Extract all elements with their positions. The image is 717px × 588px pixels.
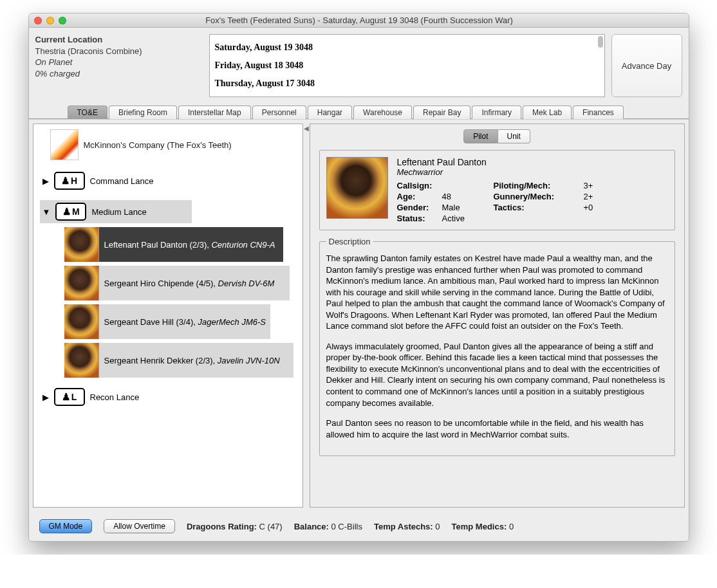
zoom-icon[interactable] bbox=[59, 17, 66, 24]
company-icon bbox=[50, 129, 79, 160]
pilot-portrait-icon bbox=[64, 266, 99, 300]
lance-command: ▶ H Command Lance bbox=[40, 169, 303, 192]
description-paragraph: The sprawling Danton family estates on K… bbox=[326, 253, 668, 332]
tab-hangar[interactable]: Hangar bbox=[308, 106, 352, 119]
company-label: McKinnon's Company (The Fox's Teeth) bbox=[84, 140, 232, 150]
label-piloting: Piloting/Mech: bbox=[494, 181, 584, 190]
pilot-portrait-icon bbox=[64, 343, 99, 378]
description-paragraph: Paul Danton sees no reason to be uncomfo… bbox=[326, 418, 668, 440]
advance-day-label: Advance Day bbox=[622, 61, 671, 71]
disclosure-icon[interactable]: ▶ bbox=[42, 176, 49, 186]
pilot-info: Leftenant Paul Danton Mechwarrior Callsi… bbox=[397, 157, 668, 223]
minimize-icon[interactable] bbox=[46, 17, 54, 24]
main-tabstrip: TO&E Briefing Room Interstellar Map Pers… bbox=[29, 104, 689, 119]
subtab-pilot[interactable]: Pilot bbox=[463, 129, 498, 143]
allow-overtime-button[interactable]: Allow Overtime bbox=[104, 519, 175, 533]
lance-row[interactable]: ▶ L Recon Lance bbox=[40, 385, 303, 409]
disclosure-icon[interactable]: ▶ bbox=[42, 392, 49, 402]
scrollbar-thumb[interactable] bbox=[598, 36, 603, 48]
pilot-row[interactable]: Sergeant Hiro Chipende (4/5), Dervish DV… bbox=[64, 266, 290, 300]
force-tree[interactable]: McKinnon's Company (The Fox's Teeth) ▶ H… bbox=[33, 124, 303, 508]
lance-row[interactable]: ▼ M Medium Lance bbox=[40, 200, 192, 223]
tab-personnel[interactable]: Personnel bbox=[252, 106, 306, 119]
pilot-row-text: Sergeant Hiro Chipende (4/5), Dervish DV… bbox=[104, 279, 275, 288]
event-log[interactable]: Saturday, August 19 3048 Friday, August … bbox=[209, 34, 605, 97]
pilot-row[interactable]: Leftenant Paul Danton (2/3), Centurion C… bbox=[64, 227, 283, 262]
value-tactics: +0 bbox=[584, 203, 610, 212]
app-window: Fox's Teeth (Federated Suns) - Saturday,… bbox=[28, 13, 689, 542]
lance-label: Recon Lance bbox=[90, 392, 140, 402]
label-gender: Gender: bbox=[397, 203, 442, 212]
window-controls bbox=[34, 17, 66, 24]
company-row[interactable]: McKinnon's Company (The Fox's Teeth) bbox=[36, 128, 303, 161]
lance-icon: L bbox=[54, 388, 85, 406]
lance-medium: ▼ M Medium Lance Leftenant Paul Danton (… bbox=[40, 200, 303, 378]
lance-icon: H bbox=[54, 172, 85, 190]
pilot-role: Mechwarrior bbox=[397, 167, 668, 177]
lance-label: Command Lance bbox=[90, 176, 154, 186]
description-heading: Description bbox=[326, 237, 373, 246]
pilot-row[interactable]: Sergeant Henrik Dekker (2/3), Javelin JV… bbox=[64, 343, 293, 378]
value-callsign bbox=[442, 181, 494, 190]
lance-icon: M bbox=[55, 203, 86, 221]
location-panel: Current Location Thestria (Draconis Comb… bbox=[35, 34, 203, 97]
tab-warehouse[interactable]: Warehouse bbox=[353, 106, 412, 119]
subtab-unit[interactable]: Unit bbox=[498, 129, 530, 143]
value-piloting: 3+ bbox=[584, 181, 610, 190]
value-status: Active bbox=[442, 214, 494, 223]
value-gender: Male bbox=[442, 203, 494, 212]
value-age: 48 bbox=[442, 192, 494, 201]
split-handle[interactable]: ◀ bbox=[303, 120, 310, 511]
window-title: Fox's Teeth (Federated Suns) - Saturday,… bbox=[66, 15, 653, 25]
detail-subtabstrip: Pilot Unit bbox=[319, 129, 675, 143]
temp-medics: Temp Medics: 0 bbox=[452, 522, 514, 531]
lance-label: Medium Lance bbox=[91, 207, 146, 217]
pilot-name: Leftenant Paul Danton bbox=[397, 157, 668, 167]
main-split: McKinnon's Company (The Fox's Teeth) ▶ H… bbox=[29, 119, 689, 511]
advance-day-button[interactable]: Advance Day bbox=[611, 34, 682, 97]
location-status-1: On Planet bbox=[35, 57, 203, 68]
pilot-stats-grid: Callsign: Piloting/Mech: 3+ Age: 48 Gunn… bbox=[397, 181, 668, 223]
tab-briefing-room[interactable]: Briefing Room bbox=[109, 106, 177, 119]
dragoons-rating: Dragoons Rating: C (47) bbox=[187, 522, 283, 531]
pilot-row-text: Leftenant Paul Danton (2/3), Centurion C… bbox=[104, 240, 275, 250]
tab-toe[interactable]: TO&E bbox=[68, 106, 107, 119]
description-paragraph: Always immaculately groomed, Paul Danton… bbox=[326, 341, 668, 409]
pilot-portrait-icon bbox=[64, 304, 99, 339]
pilot-row-text: Sergeant Dave Hill (3/4), JagerMech JM6-… bbox=[104, 317, 266, 327]
label-status: Status: bbox=[397, 214, 442, 223]
location-status-2: 0% charged bbox=[35, 68, 203, 80]
detail-panel: Pilot Unit Leftenant Paul Danton Mechwar… bbox=[310, 124, 685, 508]
pilot-card: Leftenant Paul Danton Mechwarrior Callsi… bbox=[319, 150, 675, 230]
pilot-portrait-icon bbox=[64, 227, 99, 262]
gm-mode-button[interactable]: GM Mode bbox=[39, 519, 93, 533]
lance-row[interactable]: ▶ H Command Lance bbox=[40, 169, 303, 192]
lance-recon: ▶ L Recon Lance bbox=[40, 385, 303, 409]
top-area: Current Location Thestria (Draconis Comb… bbox=[29, 28, 689, 104]
temp-astechs: Temp Astechs: 0 bbox=[374, 522, 440, 531]
titlebar: Fox's Teeth (Federated Suns) - Saturday,… bbox=[29, 14, 689, 28]
location-system: Thestria (Draconis Combine) bbox=[35, 46, 203, 57]
close-icon[interactable] bbox=[34, 17, 42, 24]
tab-mek-lab[interactable]: Mek Lab bbox=[523, 106, 572, 119]
location-heading: Current Location bbox=[35, 34, 203, 46]
pilot-description-box: Description The sprawling Danton family … bbox=[319, 237, 675, 456]
disclosure-icon[interactable]: ▼ bbox=[42, 207, 51, 217]
log-entry[interactable]: Thursday, August 17 3048 bbox=[215, 75, 599, 93]
log-entry[interactable]: Friday, August 18 3048 bbox=[215, 57, 599, 75]
tab-finances[interactable]: Finances bbox=[573, 106, 624, 119]
pilot-description: The sprawling Danton family estates on K… bbox=[326, 253, 668, 440]
label-age: Age: bbox=[397, 192, 442, 201]
label-tactics: Tactics: bbox=[494, 203, 584, 212]
pilot-row-text: Sergeant Henrik Dekker (2/3), Javelin JV… bbox=[104, 356, 280, 365]
log-entry[interactable]: Saturday, August 19 3048 bbox=[215, 39, 599, 57]
tab-infirmary[interactable]: Infirmary bbox=[472, 106, 521, 119]
balance: Balance: 0 C-Bills bbox=[294, 522, 362, 531]
value-gunnery: 2+ bbox=[584, 192, 610, 201]
tab-repair-bay[interactable]: Repair Bay bbox=[413, 106, 470, 119]
tab-interstellar-map[interactable]: Interstellar Map bbox=[178, 106, 251, 119]
label-gunnery: Gunnery/Mech: bbox=[494, 192, 584, 201]
status-bar: GM Mode Allow Overtime Dragoons Rating: … bbox=[29, 511, 689, 541]
pilot-row[interactable]: Sergeant Dave Hill (3/4), JagerMech JM6-… bbox=[64, 304, 270, 339]
pilot-portrait-large bbox=[326, 157, 388, 219]
